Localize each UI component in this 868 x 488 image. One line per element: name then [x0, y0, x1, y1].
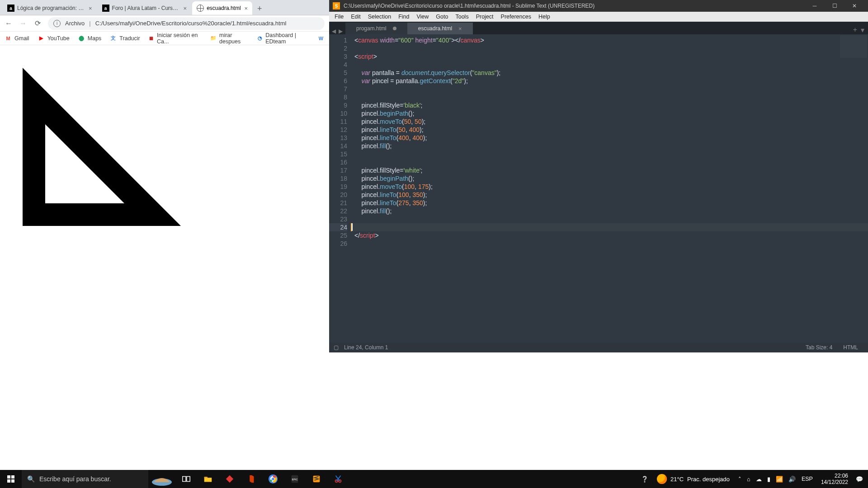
- close-button[interactable]: ✕: [844, 0, 864, 12]
- forward-button[interactable]: →: [19, 19, 27, 28]
- code-line-20[interactable]: pincel.lineTo(100, 350);: [354, 191, 868, 199]
- app-red[interactable]: [219, 470, 241, 488]
- bookmark-0[interactable]: MGmail: [5, 35, 29, 42]
- bookmark-4[interactable]: ◼Iniciar sesión en Ca...: [148, 32, 202, 45]
- task-view-button[interactable]: [175, 470, 197, 488]
- explorer-app[interactable]: [197, 470, 219, 488]
- status-panel-icon[interactable]: ▢: [334, 344, 339, 351]
- code-line-2[interactable]: [354, 44, 868, 52]
- editor-area[interactable]: 1234567891011121314151617181920212223242…: [329, 34, 868, 343]
- code-line-25[interactable]: </script>: [354, 231, 868, 239]
- meet-now-icon[interactable]: ⌂: [745, 476, 753, 483]
- tray-chevron-icon[interactable]: ˄: [736, 476, 744, 483]
- search-graphic: [148, 471, 175, 487]
- bookmark-6[interactable]: ◔Dashboard | EDteam: [257, 32, 309, 45]
- address-prefix: Archivo: [65, 20, 85, 27]
- menu-view[interactable]: View: [413, 14, 432, 20]
- back-button[interactable]: ←: [5, 19, 13, 28]
- sublime-icon: S: [333, 2, 340, 9]
- menu-tools[interactable]: Tools: [452, 14, 472, 20]
- code-line-12[interactable]: pincel.lineTo(50, 400);: [354, 126, 868, 134]
- code-line-22[interactable]: pincel.fill();: [354, 207, 868, 215]
- minimize-button[interactable]: ─: [805, 0, 825, 12]
- code-line-16[interactable]: [354, 158, 868, 166]
- file-tab-1[interactable]: escuadra.html×: [407, 23, 473, 34]
- status-language[interactable]: HTML: [838, 344, 863, 351]
- info-icon[interactable]: i: [53, 20, 61, 27]
- code-line-8[interactable]: [354, 93, 868, 101]
- chrome-tab-0[interactable]: a Lógica de programación: Practica ×: [3, 1, 97, 15]
- onedrive-icon[interactable]: ☁: [754, 476, 764, 483]
- code-line-26[interactable]: [354, 239, 868, 248]
- code-line-1[interactable]: <canvas width="600" height="400"></canva…: [354, 36, 868, 44]
- close-tab-icon[interactable]: ×: [245, 5, 248, 12]
- new-tab-button[interactable]: +: [253, 2, 266, 15]
- code-line-7[interactable]: [354, 85, 868, 93]
- menu-find[interactable]: Find: [395, 14, 413, 20]
- code-line-13[interactable]: pincel.lineTo(400, 400);: [354, 134, 868, 142]
- minimap[interactable]: [840, 35, 867, 58]
- bookmark-label: Dashboard | EDteam: [265, 32, 309, 45]
- snipping-app[interactable]: [327, 470, 349, 488]
- code-line-21[interactable]: pincel.lineTo(275, 350);: [354, 199, 868, 207]
- file-tab-0[interactable]: progam.html: [345, 23, 407, 34]
- clock[interactable]: 22:06 14/12/2022: [816, 473, 853, 485]
- code-line-4[interactable]: [354, 61, 868, 69]
- chrome-app[interactable]: [262, 470, 284, 488]
- epic-app[interactable]: EPIC: [284, 470, 306, 488]
- menu-goto[interactable]: Goto: [432, 14, 452, 20]
- code-line-15[interactable]: [354, 150, 868, 158]
- menu-preferences[interactable]: Preferences: [497, 14, 535, 20]
- bookmark-1[interactable]: ▶YouTube: [38, 35, 70, 42]
- code-line-10[interactable]: pincel.beginPath();: [354, 109, 868, 117]
- volume-icon[interactable]: 🔊: [786, 476, 798, 483]
- reload-button[interactable]: ⟳: [33, 19, 42, 28]
- menu-help[interactable]: Help: [535, 14, 554, 20]
- code-line-9[interactable]: pincel.fillStyle='black';: [354, 101, 868, 109]
- tab-dropdown-icon[interactable]: ▾: [861, 26, 864, 34]
- address-bar[interactable]: i Archivo | C:/Users/mafyi/OneDrive/Escr…: [48, 17, 325, 30]
- sublime-titlebar[interactable]: S C:\Users\mafyi\OneDrive\Escritorio\cur…: [329, 0, 868, 12]
- bookmark-5[interactable]: 📁mirar despues: [210, 32, 249, 45]
- code-line-23[interactable]: [354, 215, 868, 223]
- new-tab-icon[interactable]: +: [853, 26, 857, 34]
- code-line-3[interactable]: <script>: [354, 52, 868, 61]
- start-button[interactable]: [0, 470, 22, 488]
- chrome-tab-1[interactable]: a Foro | Alura Latam - Cursos onlin ×: [98, 1, 192, 15]
- menu-edit[interactable]: Edit: [347, 14, 364, 20]
- tab-nav-arrows[interactable]: ◀▶: [329, 28, 345, 34]
- code-line-6[interactable]: var pincel = pantalla.getContext("2d");: [354, 77, 868, 85]
- chrome-browser: a Lógica de programación: Practica × a F…: [0, 0, 329, 352]
- weather-widget[interactable]: 21°C Prac. despejado: [651, 474, 735, 484]
- code-line-18[interactable]: pincel.beginPath();: [354, 174, 868, 183]
- office-app[interactable]: [241, 470, 262, 488]
- bookmark-2[interactable]: ⬤Maps: [78, 35, 102, 42]
- code-line-17[interactable]: pincel.fillStyle='white';: [354, 166, 868, 174]
- menu-selection[interactable]: Selection: [364, 14, 395, 20]
- notifications-icon[interactable]: 💬: [854, 476, 865, 483]
- bookmark-3[interactable]: 文Traducir: [109, 35, 140, 42]
- code-area[interactable]: <canvas width="600" height="400"></canva…: [351, 34, 868, 343]
- taskbar-search[interactable]: 🔍 Escribe aquí para buscar.: [22, 470, 148, 488]
- battery-icon[interactable]: ▮: [765, 476, 773, 483]
- close-tab-icon[interactable]: ×: [184, 5, 187, 12]
- close-file-icon[interactable]: ×: [458, 25, 462, 32]
- bookmark-overflow[interactable]: W: [317, 35, 325, 42]
- code-line-5[interactable]: var pantalla = document.querySelector("c…: [354, 69, 868, 77]
- status-position[interactable]: Line 24, Column 1: [339, 344, 393, 351]
- code-line-19[interactable]: pincel.moveTo(100, 175);: [354, 183, 868, 191]
- menu-project[interactable]: Project: [472, 14, 497, 20]
- chrome-tab-2[interactable]: escuadra.html ×: [192, 1, 252, 15]
- status-tabsize[interactable]: Tab Size: 4: [800, 344, 838, 351]
- wifi-icon[interactable]: 📶: [774, 476, 785, 483]
- bookmark-label: Traducir: [119, 35, 140, 42]
- code-line-11[interactable]: pincel.moveTo(50, 50);: [354, 117, 868, 126]
- maximize-button[interactable]: ☐: [825, 0, 844, 12]
- language-indicator[interactable]: ESP: [799, 476, 816, 482]
- code-line-14[interactable]: pincel.fill();: [354, 142, 868, 150]
- help-icon[interactable]: ❔: [639, 476, 651, 483]
- close-tab-icon[interactable]: ×: [89, 5, 92, 12]
- sublime-app[interactable]: [306, 470, 327, 488]
- weather-temp: 21°C: [670, 476, 684, 483]
- menu-file[interactable]: File: [331, 14, 347, 20]
